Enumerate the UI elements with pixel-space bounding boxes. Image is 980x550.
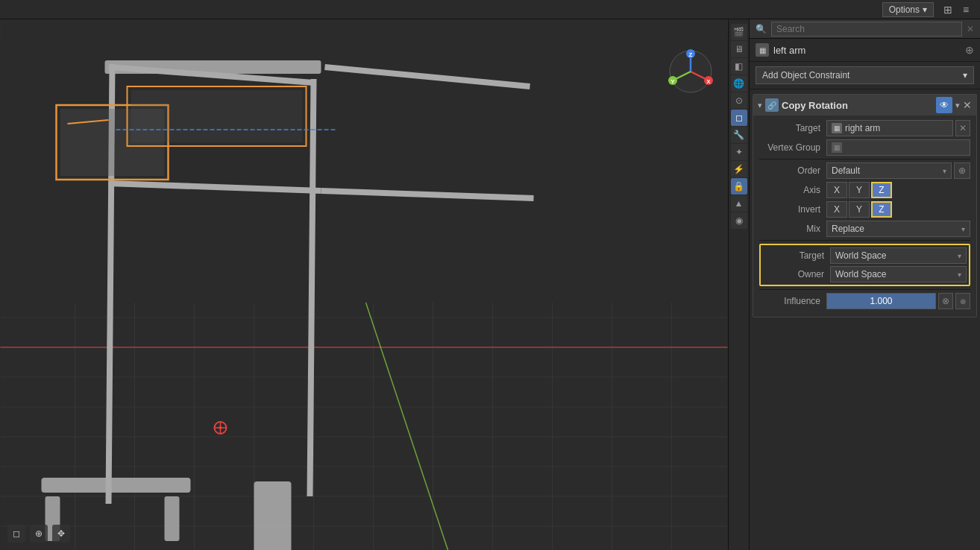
influence-clear-button[interactable]: ⊗	[938, 293, 953, 309]
separator-1	[759, 159, 970, 159]
owner-space-label: Owner	[763, 269, 830, 279]
mix-value: Replace ▾	[826, 221, 970, 237]
owner-space-row: Owner World Space ▾	[763, 266, 967, 282]
move-tool-icon[interactable]: ✥	[52, 525, 70, 543]
mix-label: Mix	[759, 224, 826, 234]
space-group: Target World Space ▾ Owner	[759, 244, 970, 286]
top-bar: Options ▾ ⊞ ≡	[0, 0, 980, 19]
vertex-group-value: ▦	[826, 139, 970, 156]
svg-rect-33	[165, 496, 180, 541]
particles-tab[interactable]: ✦	[731, 144, 747, 160]
target-object-icon: ▦	[832, 123, 842, 133]
invert-x-button[interactable]: X	[826, 201, 847, 218]
axis-y-button[interactable]: Y	[849, 182, 870, 198]
object-name: left arm	[773, 45, 961, 56]
object-name-row: ▦ left arm ⊕	[750, 39, 980, 62]
eye-icon: 👁	[940, 100, 949, 110]
editor-type-icon[interactable]: ⊞	[940, 1, 956, 18]
target-space-row: Target World Space ▾	[763, 247, 967, 264]
axis-label: Axis	[759, 185, 826, 195]
output-tab[interactable]: 🖥	[731, 41, 747, 57]
editor-menu-icon[interactable]: ≡	[958, 1, 974, 18]
add-constraint-row: Add Object Constraint ▾	[750, 62, 980, 89]
pin-icon[interactable]: ⊕	[965, 44, 974, 56]
svg-text:Z: Z	[689, 51, 693, 58]
mix-dropdown-arrow-icon: ▾	[961, 225, 965, 233]
order-label: Order	[759, 165, 826, 176]
options-button[interactable]: Options ▾	[882, 2, 934, 17]
object-type-icon: ▦	[756, 43, 769, 57]
target-space-dropdown[interactable]: World Space ▾	[830, 247, 967, 264]
target-row: Target ▦ right arm ✕	[759, 120, 970, 136]
properties-header: 🔍 ✕	[750, 19, 980, 39]
data-tab[interactable]: ▲	[731, 195, 747, 212]
influence-row: Influence 1.000 ⊗ ⊕	[759, 293, 970, 309]
axis-x-button[interactable]: X	[826, 182, 847, 198]
search-icon: 🔍	[756, 24, 767, 34]
influence-number: 1.000	[870, 296, 892, 306]
constraint-move-down-icon[interactable]: ▾	[955, 101, 960, 110]
influence-input[interactable]: 1.000	[826, 293, 936, 309]
material-tab[interactable]: ◉	[731, 212, 747, 229]
target-space-value: World Space ▾	[830, 247, 967, 264]
view-layer-tab[interactable]: ◧	[731, 58, 747, 75]
target-clear-button[interactable]: ✕	[955, 120, 970, 136]
header-x-icon[interactable]: ✕	[967, 24, 974, 34]
viewport[interactable]: ≡ View Select Add Object	[0, 19, 728, 550]
invert-row: Invert X Y Z	[759, 201, 970, 218]
target-object-input[interactable]: ▦ right arm	[826, 120, 953, 136]
svg-text:X: X	[706, 78, 711, 85]
order-dropdown-arrow-icon: ▾	[943, 167, 946, 175]
axis-row: Axis X Y Z	[759, 182, 970, 198]
order-row: Order Default ▾ ⊕	[759, 162, 970, 179]
options-arrow-icon: ▾	[923, 4, 927, 15]
svg-rect-29	[42, 478, 191, 493]
target-label: Target	[759, 123, 826, 133]
add-constraint-label: Add Object Constraint	[762, 70, 849, 80]
influence-more-icon: ⊕	[960, 297, 966, 306]
add-constraint-arrow-icon: ▾	[963, 70, 967, 80]
search-input[interactable]	[771, 22, 962, 37]
order-extra-button[interactable]: ⊕	[954, 162, 970, 179]
invert-y-button[interactable]: Y	[849, 201, 870, 218]
invert-label: Invert	[759, 204, 826, 215]
constraint-name: Copy Rotation	[782, 100, 933, 111]
target-object-name: right arm	[845, 123, 880, 133]
vertex-group-row: Vertex Group ▦	[759, 139, 970, 156]
vertex-group-icon: ▦	[832, 142, 842, 153]
world-tab[interactable]: ⊙	[731, 92, 747, 109]
axis-widget[interactable]: Z X Y	[668, 49, 713, 94]
svg-line-23	[310, 79, 314, 496]
owner-space-arrow-icon: ▾	[958, 271, 961, 279]
constraint-tab[interactable]: 🔒	[731, 178, 747, 195]
select-tool-icon[interactable]: ◻	[7, 525, 25, 543]
owner-space-dropdown[interactable]: World Space ▾	[830, 266, 967, 282]
invert-z-button[interactable]: Z	[871, 201, 892, 218]
constraint-expand-icon[interactable]: ▾	[758, 101, 762, 110]
mix-dropdown[interactable]: Replace ▾	[826, 221, 970, 237]
influence-more-button[interactable]: ⊕	[955, 293, 970, 309]
constraint-delete-icon[interactable]: ✕	[963, 99, 972, 111]
scene-tab[interactable]: 🌐	[731, 75, 747, 92]
invert-button-group: X Y Z	[826, 201, 892, 218]
render-tab[interactable]: 🎬	[731, 24, 747, 40]
options-label: Options	[889, 4, 920, 15]
add-constraint-button[interactable]: Add Object Constraint ▾	[756, 66, 974, 84]
modifier-tab[interactable]: 🔧	[731, 127, 747, 143]
order-value: Default ▾ ⊕	[826, 162, 970, 179]
target-space-label: Target	[763, 250, 830, 261]
axis-z-button[interactable]: Z	[871, 182, 892, 198]
physics-tab[interactable]: ⚡	[731, 161, 747, 177]
target-space-arrow-icon: ▾	[958, 252, 961, 260]
target-space-dropdown-value: World Space	[835, 250, 886, 261]
constraint-header: ▾ 🔗 Copy Rotation 👁 ▾ ✕	[753, 95, 976, 116]
order-dropdown[interactable]: Default ▾	[826, 162, 952, 179]
object-tab[interactable]: ◻	[731, 110, 747, 126]
svg-text:Y: Y	[670, 78, 675, 85]
vertex-group-input[interactable]: ▦	[826, 139, 970, 156]
separator-2	[759, 240, 970, 241]
mix-row: Mix Replace ▾	[759, 221, 970, 237]
cursor-tool-icon[interactable]: ⊕	[30, 525, 48, 543]
constraint-visibility-toggle[interactable]: 👁	[936, 97, 952, 113]
svg-rect-30	[254, 481, 292, 550]
